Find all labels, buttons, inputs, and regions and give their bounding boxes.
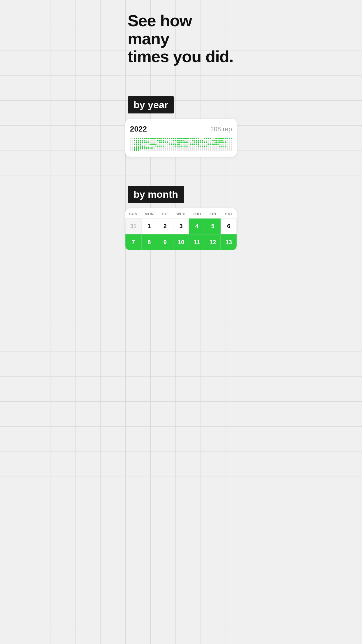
heatmap-cell <box>153 140 155 141</box>
heatmap-cell <box>171 138 172 139</box>
heatmap-cell <box>184 149 186 151</box>
calendar-cell[interactable]: 3 <box>173 218 189 235</box>
hero-title-line2: times you did. <box>128 47 233 66</box>
heatmap-cell <box>169 149 170 151</box>
heatmap-cell <box>147 144 149 145</box>
heatmap-cell <box>153 138 155 139</box>
heatmap-cell <box>161 141 163 143</box>
heatmap-cell <box>132 149 133 151</box>
heatmap-cell <box>221 146 223 147</box>
calendar-cell[interactable]: 4 <box>189 218 205 235</box>
by-month-label[interactable]: by month <box>128 186 184 203</box>
calendar-cell[interactable]: 5 <box>205 218 221 235</box>
heatmap-cell <box>130 141 131 143</box>
heatmap-cell <box>175 138 176 139</box>
heatmap-cell <box>188 149 190 151</box>
heatmap-cell <box>202 144 203 145</box>
heatmap-cell <box>190 138 191 139</box>
calendar-cell[interactable]: 8 <box>141 234 157 250</box>
heatmap-cell <box>159 144 161 145</box>
heatmap-cell <box>151 144 153 145</box>
heatmap-cell <box>144 146 145 147</box>
heatmap-cell <box>184 140 186 141</box>
heatmap-cell <box>192 141 194 143</box>
heatmap-cell <box>229 146 230 147</box>
heatmap-cell <box>138 141 139 143</box>
heatmap-cell <box>169 144 170 145</box>
heatmap-cell <box>153 149 155 151</box>
heatmap-cell <box>196 138 197 139</box>
heatmap-cell <box>159 141 161 143</box>
heatmap-cell <box>163 138 164 139</box>
heatmap-cell <box>142 149 143 151</box>
heatmap-cell <box>151 140 153 141</box>
heatmap-cell <box>208 147 209 149</box>
calendar-cell[interactable]: 7 <box>125 234 141 250</box>
calendar-cell[interactable]: 2 <box>157 218 173 235</box>
calendar-cell[interactable]: 1 <box>141 218 157 235</box>
heatmap-cell <box>213 138 215 139</box>
heatmap-cell <box>196 140 197 141</box>
heatmap-cell <box>177 144 178 145</box>
heatmap-cell <box>150 146 151 147</box>
heatmap-cell <box>190 149 191 151</box>
heatmap-cell <box>150 144 151 145</box>
heatmap-cell <box>132 146 133 147</box>
heatmap-cell <box>223 138 225 139</box>
by-year-label[interactable]: by year <box>128 96 174 113</box>
heatmap-cell <box>147 138 149 139</box>
heatmap-cell <box>219 149 221 151</box>
heatmap-cell <box>223 144 225 145</box>
hero-title-line1: See how many <box>128 11 192 48</box>
heatmap-cell <box>167 138 168 139</box>
calendar-cell[interactable]: 31 <box>125 218 141 235</box>
heatmap-cell <box>161 138 163 139</box>
heatmap-cell <box>130 144 131 145</box>
calendar-cell[interactable]: 10 <box>173 234 189 250</box>
heatmap-cell <box>221 144 223 145</box>
calendar-cell[interactable]: 6 <box>221 218 237 235</box>
heatmap-cell <box>167 149 168 151</box>
heatmap-cell <box>217 141 219 143</box>
heatmap-cell <box>155 149 157 151</box>
heatmap-cell <box>159 146 161 147</box>
calendar-cell[interactable]: 12 <box>205 234 221 250</box>
calendar-cell[interactable]: 11 <box>189 234 205 250</box>
heatmap-cell <box>140 141 141 143</box>
heatmap-cell <box>210 147 211 149</box>
heatmap-cell <box>225 138 226 139</box>
heatmap-cell <box>136 140 137 141</box>
heatmap-cell <box>142 146 143 147</box>
heatmap-cell <box>153 141 155 143</box>
heatmap-cell <box>223 149 225 151</box>
heatmap-cell <box>140 140 141 141</box>
heatmap-cell <box>130 149 131 151</box>
heatmap-cell <box>163 141 164 143</box>
calendar-cell[interactable]: 9 <box>157 234 173 250</box>
heatmap-cell <box>175 146 176 147</box>
heatmap-cell <box>175 149 176 151</box>
heatmap-cell <box>134 147 135 149</box>
heatmap-cell <box>144 147 145 149</box>
heatmap-cell <box>178 138 180 139</box>
heatmap-cell <box>186 149 188 151</box>
heatmap-cell <box>186 141 188 143</box>
heatmap-cell <box>186 144 188 145</box>
heatmap-cell <box>221 138 223 139</box>
heatmap-cell <box>202 149 203 151</box>
heatmap-cell <box>180 141 182 143</box>
heatmap-cell <box>178 144 180 145</box>
heatmap-cell <box>190 146 191 147</box>
heatmap-cell <box>202 138 203 139</box>
heatmap-cell <box>200 149 201 151</box>
heatmap-cell <box>219 141 221 143</box>
heatmap-cell <box>165 140 166 141</box>
heatmap-cell <box>198 141 199 143</box>
calendar-cell[interactable]: 13 <box>221 234 237 250</box>
heatmap-cell <box>177 147 178 149</box>
heatmap-cell <box>142 140 143 141</box>
heatmap-cell <box>212 144 213 145</box>
heatmap-cell <box>178 146 180 147</box>
heatmap-cell <box>175 144 176 145</box>
heatmap-cell <box>217 149 219 151</box>
